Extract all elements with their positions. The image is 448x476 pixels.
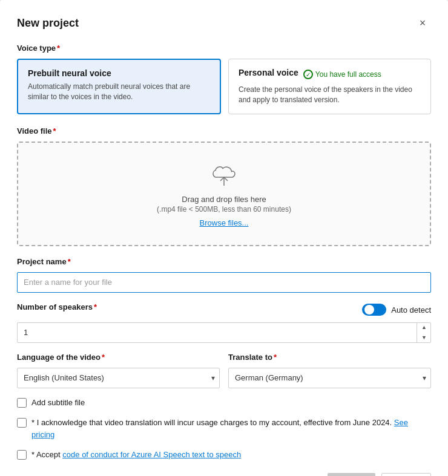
- dialog-title: New project: [17, 17, 79, 30]
- project-name-label: Project name*: [17, 257, 431, 266]
- dialog-header: New project ×: [17, 15, 431, 31]
- language-section: Language of the video* English (United S…: [17, 353, 220, 388]
- dialog-footer: Create Cancel: [17, 473, 431, 476]
- video-file-section: Video file* Drag and drop files here (.m…: [17, 126, 431, 246]
- upload-icon: [209, 160, 239, 189]
- translate-to-select-wrap: German (Germany) French (France) Spanish…: [228, 368, 431, 388]
- translate-to-label: Translate to*: [228, 353, 431, 362]
- code-of-conduct-checkbox[interactable]: [17, 450, 27, 460]
- language-label: Language of the video*: [17, 353, 220, 362]
- personal-voice-desc: Create the personal voice of the speaker…: [239, 85, 421, 105]
- speakers-input-wrap: ▲ ▼: [17, 322, 431, 343]
- spinner-down-button[interactable]: ▼: [417, 333, 431, 343]
- project-name-section: Project name*: [17, 257, 431, 293]
- subtitle-checkbox[interactable]: [17, 398, 27, 408]
- translate-to-select[interactable]: German (Germany) French (France) Spanish…: [228, 368, 431, 388]
- code-of-conduct-label: * Accept code of conduct for Azure AI Sp…: [31, 449, 241, 461]
- language-select[interactable]: English (United States) English (United …: [17, 368, 220, 388]
- spinner-buttons: ▲ ▼: [417, 322, 431, 343]
- speakers-input[interactable]: [17, 322, 431, 343]
- acknowledgement-row: * I acknowledge that video translation w…: [17, 417, 431, 440]
- speakers-header-row: Number of speakers* Auto detect: [17, 302, 431, 318]
- subtitle-label[interactable]: Add subtitle file: [31, 397, 85, 409]
- project-name-input[interactable]: [17, 272, 431, 293]
- personal-voice-header: Personal voice ✓ You have full access: [239, 68, 421, 81]
- voice-type-label: Voice type*: [17, 44, 431, 53]
- voice-type-row: Prebuilt neural voice Automatically matc…: [17, 59, 431, 114]
- acknowledgement-label: * I acknowledge that video translation w…: [31, 417, 431, 440]
- language-select-wrap: English (United States) English (United …: [17, 368, 220, 388]
- prebuilt-voice-title: Prebuilt neural voice: [28, 68, 210, 78]
- toggle-slider: [362, 304, 386, 316]
- acknowledgement-checkbox[interactable]: [17, 418, 27, 428]
- prebuilt-voice-desc: Automatically match prebuilt neural voic…: [28, 82, 210, 102]
- video-file-label: Video file*: [17, 126, 431, 135]
- full-access-badge: ✓ You have full access: [303, 70, 381, 79]
- spinner-up-button[interactable]: ▲: [417, 322, 431, 333]
- translate-to-section: Translate to* German (Germany) French (F…: [228, 353, 431, 388]
- dropzone[interactable]: Drag and drop files here (.mp4 file < 50…: [17, 142, 431, 246]
- new-project-dialog: New project × Voice type* Prebuilt neura…: [0, 0, 448, 476]
- speakers-label: Number of speakers*: [17, 302, 97, 311]
- code-of-conduct-link[interactable]: code of conduct for Azure AI Speech text…: [62, 450, 241, 459]
- dropzone-main-text: Drag and drop files here: [28, 195, 420, 204]
- cancel-button[interactable]: Cancel: [381, 473, 431, 476]
- create-button[interactable]: Create: [328, 473, 375, 476]
- auto-detect-label: Auto detect: [391, 305, 431, 315]
- prebuilt-voice-card[interactable]: Prebuilt neural voice Automatically matc…: [17, 59, 221, 114]
- check-circle-icon: ✓: [303, 70, 313, 79]
- auto-detect-toggle[interactable]: [362, 304, 386, 316]
- browse-files-button[interactable]: Browse files...: [200, 218, 249, 227]
- dropzone-constraint-text: (.mp4 file < 500MB, less than 60 minutes…: [28, 205, 420, 214]
- code-of-conduct-row: * Accept code of conduct for Azure AI Sp…: [17, 449, 431, 461]
- personal-voice-card[interactable]: Personal voice ✓ You have full access Cr…: [228, 59, 431, 114]
- speakers-section: Number of speakers* Auto detect ▲ ▼: [17, 302, 431, 343]
- subtitle-row: Add subtitle file: [17, 397, 431, 409]
- language-row: Language of the video* English (United S…: [17, 353, 431, 388]
- close-button[interactable]: ×: [414, 15, 431, 31]
- voice-type-section: Voice type* Prebuilt neural voice Automa…: [17, 44, 431, 114]
- auto-detect-row: Auto detect: [362, 304, 431, 316]
- personal-voice-title: Personal voice: [239, 68, 298, 77]
